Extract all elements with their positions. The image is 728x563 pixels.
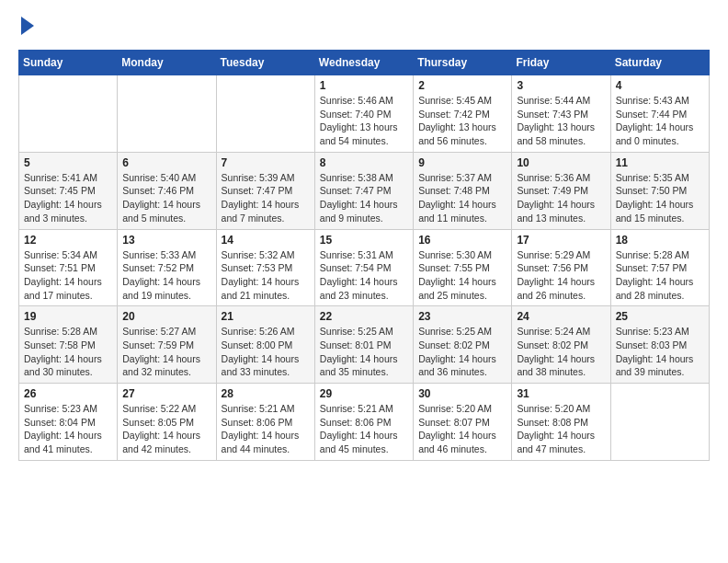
day-info: Sunrise: 5:20 AM Sunset: 8:08 PM Dayligh… xyxy=(517,402,605,456)
day-info: Sunrise: 5:20 AM Sunset: 8:07 PM Dayligh… xyxy=(418,402,506,456)
calendar-day-cell: 10Sunrise: 5:36 AM Sunset: 7:49 PM Dayli… xyxy=(512,152,610,229)
calendar-day-cell: 7Sunrise: 5:39 AM Sunset: 7:47 PM Daylig… xyxy=(216,152,314,229)
calendar-day-cell: 1Sunrise: 5:46 AM Sunset: 7:40 PM Daylig… xyxy=(314,75,413,153)
calendar-day-cell: 24Sunrise: 5:24 AM Sunset: 8:02 PM Dayli… xyxy=(512,306,610,384)
logo xyxy=(18,18,34,35)
calendar-day-cell xyxy=(19,75,118,153)
calendar-day-cell: 6Sunrise: 5:40 AM Sunset: 7:46 PM Daylig… xyxy=(118,152,216,229)
day-info: Sunrise: 5:44 AM Sunset: 7:43 PM Dayligh… xyxy=(517,94,605,148)
day-number: 28 xyxy=(222,387,310,400)
day-number: 12 xyxy=(24,234,112,247)
calendar-day-cell: 12Sunrise: 5:34 AM Sunset: 7:51 PM Dayli… xyxy=(19,229,118,306)
day-number: 26 xyxy=(24,387,112,400)
day-number: 1 xyxy=(320,79,408,92)
day-number: 29 xyxy=(320,387,408,400)
day-number: 30 xyxy=(418,387,506,400)
day-info: Sunrise: 5:34 AM Sunset: 7:51 PM Dayligh… xyxy=(24,248,112,303)
calendar-day-cell xyxy=(216,75,314,153)
calendar-day-cell: 3Sunrise: 5:44 AM Sunset: 7:43 PM Daylig… xyxy=(512,75,610,153)
day-number: 23 xyxy=(418,310,506,323)
calendar-day-cell: 30Sunrise: 5:20 AM Sunset: 8:07 PM Dayli… xyxy=(414,384,512,461)
day-info: Sunrise: 5:37 AM Sunset: 7:48 PM Dayligh… xyxy=(418,171,506,225)
calendar-day-cell: 17Sunrise: 5:29 AM Sunset: 7:56 PM Dayli… xyxy=(512,229,610,306)
day-number: 13 xyxy=(122,234,210,247)
day-info: Sunrise: 5:28 AM Sunset: 7:57 PM Dayligh… xyxy=(616,248,704,303)
calendar-week-row: 19Sunrise: 5:28 AM Sunset: 7:58 PM Dayli… xyxy=(19,306,710,384)
day-info: Sunrise: 5:22 AM Sunset: 8:05 PM Dayligh… xyxy=(122,402,210,456)
calendar-day-cell: 4Sunrise: 5:43 AM Sunset: 7:44 PM Daylig… xyxy=(610,75,709,153)
day-number: 16 xyxy=(418,234,506,247)
day-info: Sunrise: 5:25 AM Sunset: 8:01 PM Dayligh… xyxy=(320,325,408,379)
calendar-day-cell: 15Sunrise: 5:31 AM Sunset: 7:54 PM Dayli… xyxy=(314,229,413,306)
day-info: Sunrise: 5:26 AM Sunset: 8:00 PM Dayligh… xyxy=(222,325,310,379)
calendar-day-cell: 23Sunrise: 5:25 AM Sunset: 8:02 PM Dayli… xyxy=(414,306,512,384)
day-of-week-header: Friday xyxy=(512,51,610,75)
day-number: 11 xyxy=(616,156,704,169)
day-number: 22 xyxy=(320,310,408,323)
day-info: Sunrise: 5:46 AM Sunset: 7:40 PM Dayligh… xyxy=(320,94,408,148)
day-number: 18 xyxy=(616,234,704,247)
day-number: 3 xyxy=(517,79,605,92)
calendar-day-cell: 2Sunrise: 5:45 AM Sunset: 7:42 PM Daylig… xyxy=(414,75,512,153)
day-info: Sunrise: 5:24 AM Sunset: 8:02 PM Dayligh… xyxy=(517,325,605,379)
day-number: 17 xyxy=(517,234,605,247)
calendar-day-cell xyxy=(610,384,709,461)
day-info: Sunrise: 5:25 AM Sunset: 8:02 PM Dayligh… xyxy=(418,325,506,379)
day-of-week-header: Tuesday xyxy=(216,51,314,75)
day-of-week-header: Monday xyxy=(118,51,216,75)
calendar-day-cell: 5Sunrise: 5:41 AM Sunset: 7:45 PM Daylig… xyxy=(19,152,118,229)
day-of-week-header: Thursday xyxy=(414,51,512,75)
day-number: 6 xyxy=(122,156,210,169)
day-number: 10 xyxy=(517,156,605,169)
calendar-day-cell: 21Sunrise: 5:26 AM Sunset: 8:00 PM Dayli… xyxy=(216,306,314,384)
calendar-week-row: 26Sunrise: 5:23 AM Sunset: 8:04 PM Dayli… xyxy=(19,384,710,461)
calendar-day-cell: 29Sunrise: 5:21 AM Sunset: 8:06 PM Dayli… xyxy=(314,384,413,461)
calendar-day-cell: 28Sunrise: 5:21 AM Sunset: 8:06 PM Dayli… xyxy=(216,384,314,461)
day-number: 24 xyxy=(517,310,605,323)
calendar-day-cell xyxy=(118,75,216,153)
day-number: 8 xyxy=(320,156,408,169)
logo-arrow-icon xyxy=(21,17,34,35)
day-number: 20 xyxy=(122,310,210,323)
day-info: Sunrise: 5:36 AM Sunset: 7:49 PM Dayligh… xyxy=(517,171,605,225)
calendar-week-row: 5Sunrise: 5:41 AM Sunset: 7:45 PM Daylig… xyxy=(19,152,710,229)
day-info: Sunrise: 5:21 AM Sunset: 8:06 PM Dayligh… xyxy=(320,402,408,456)
day-number: 31 xyxy=(517,387,605,400)
calendar-day-cell: 20Sunrise: 5:27 AM Sunset: 7:59 PM Dayli… xyxy=(118,306,216,384)
day-info: Sunrise: 5:35 AM Sunset: 7:50 PM Dayligh… xyxy=(616,171,704,225)
day-info: Sunrise: 5:40 AM Sunset: 7:46 PM Dayligh… xyxy=(122,171,210,225)
calendar-day-cell: 22Sunrise: 5:25 AM Sunset: 8:01 PM Dayli… xyxy=(314,306,413,384)
calendar-day-cell: 27Sunrise: 5:22 AM Sunset: 8:05 PM Dayli… xyxy=(118,384,216,461)
calendar-day-cell: 26Sunrise: 5:23 AM Sunset: 8:04 PM Dayli… xyxy=(19,384,118,461)
calendar-week-row: 1Sunrise: 5:46 AM Sunset: 7:40 PM Daylig… xyxy=(19,75,710,153)
calendar-day-cell: 8Sunrise: 5:38 AM Sunset: 7:47 PM Daylig… xyxy=(314,152,413,229)
day-info: Sunrise: 5:33 AM Sunset: 7:52 PM Dayligh… xyxy=(122,248,210,303)
day-info: Sunrise: 5:27 AM Sunset: 7:59 PM Dayligh… xyxy=(122,325,210,379)
day-info: Sunrise: 5:29 AM Sunset: 7:56 PM Dayligh… xyxy=(517,248,605,303)
day-info: Sunrise: 5:45 AM Sunset: 7:42 PM Dayligh… xyxy=(418,94,506,148)
day-of-week-header: Sunday xyxy=(19,51,118,75)
day-info: Sunrise: 5:41 AM Sunset: 7:45 PM Dayligh… xyxy=(24,171,112,225)
calendar-day-cell: 9Sunrise: 5:37 AM Sunset: 7:48 PM Daylig… xyxy=(414,152,512,229)
day-info: Sunrise: 5:31 AM Sunset: 7:54 PM Dayligh… xyxy=(320,248,408,303)
day-number: 27 xyxy=(122,387,210,400)
calendar-table: SundayMondayTuesdayWednesdayThursdayFrid… xyxy=(18,50,710,461)
day-of-week-header: Wednesday xyxy=(314,51,413,75)
day-info: Sunrise: 5:38 AM Sunset: 7:47 PM Dayligh… xyxy=(320,171,408,225)
day-number: 2 xyxy=(418,79,506,92)
day-number: 15 xyxy=(320,234,408,247)
day-info: Sunrise: 5:21 AM Sunset: 8:06 PM Dayligh… xyxy=(222,402,310,456)
calendar-day-cell: 25Sunrise: 5:23 AM Sunset: 8:03 PM Dayli… xyxy=(610,306,709,384)
day-info: Sunrise: 5:30 AM Sunset: 7:55 PM Dayligh… xyxy=(418,248,506,303)
calendar-week-row: 12Sunrise: 5:34 AM Sunset: 7:51 PM Dayli… xyxy=(19,229,710,306)
calendar-header-row: SundayMondayTuesdayWednesdayThursdayFrid… xyxy=(19,51,710,75)
day-info: Sunrise: 5:23 AM Sunset: 8:03 PM Dayligh… xyxy=(616,325,704,379)
page-header xyxy=(18,18,710,35)
calendar-day-cell: 13Sunrise: 5:33 AM Sunset: 7:52 PM Dayli… xyxy=(118,229,216,306)
calendar-day-cell: 31Sunrise: 5:20 AM Sunset: 8:08 PM Dayli… xyxy=(512,384,610,461)
day-number: 4 xyxy=(616,79,704,92)
day-info: Sunrise: 5:28 AM Sunset: 7:58 PM Dayligh… xyxy=(24,325,112,379)
day-number: 14 xyxy=(222,234,310,247)
day-number: 25 xyxy=(616,310,704,323)
calendar-day-cell: 11Sunrise: 5:35 AM Sunset: 7:50 PM Dayli… xyxy=(610,152,709,229)
